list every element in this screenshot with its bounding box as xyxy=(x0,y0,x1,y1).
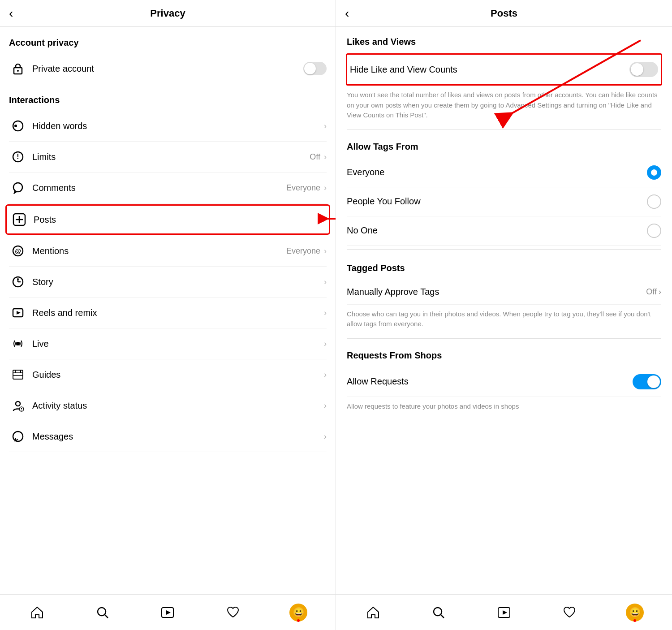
allow-requests-toggle[interactable] xyxy=(633,374,661,389)
left-panel: ‹ Privacy Account privacy Private accoun… xyxy=(0,0,336,630)
svg-rect-21 xyxy=(13,370,23,379)
nav-search-right[interactable] xyxy=(427,601,450,624)
svg-point-20 xyxy=(16,342,20,345)
hide-like-view-toggle[interactable] xyxy=(629,62,658,77)
manually-approve-chevron: › xyxy=(659,287,661,297)
live-icon xyxy=(9,335,27,353)
private-account-label: Private account xyxy=(32,64,303,74)
mentions-icon: @ xyxy=(9,242,27,260)
menu-item-messages[interactable]: Messages › xyxy=(9,421,327,452)
manually-approve-off: Off xyxy=(646,287,657,297)
mentions-label: Mentions xyxy=(32,246,286,256)
allow-requests-label: Allow Requests xyxy=(347,376,409,387)
messages-chevron: › xyxy=(324,432,327,441)
right-panel: ‹ Posts Likes and Views Hide Like and Vi… xyxy=(336,0,672,630)
no-one-label: No One xyxy=(347,225,378,236)
setting-row-no-one[interactable]: No One xyxy=(347,216,661,246)
nav-avatar-left[interactable]: 😀 xyxy=(287,601,310,624)
svg-point-17 xyxy=(17,278,19,280)
limits-label: Limits xyxy=(32,152,310,162)
left-header: ‹ Privacy xyxy=(0,0,336,27)
story-label: Story xyxy=(32,277,324,287)
nav-home-left[interactable] xyxy=(26,601,48,624)
menu-item-comments[interactable]: Comments Everyone › xyxy=(9,173,327,203)
activity-status-icon xyxy=(9,397,27,414)
menu-item-activity-status[interactable]: Activity status › xyxy=(9,390,327,421)
nav-search-left[interactable] xyxy=(91,601,114,624)
menu-item-posts[interactable]: Posts › xyxy=(5,204,330,235)
nav-dot-left xyxy=(297,619,300,622)
no-one-radio[interactable] xyxy=(647,224,661,238)
everyone-tag-radio[interactable] xyxy=(647,165,661,180)
lock-icon xyxy=(9,60,27,78)
section-label-tagged-posts: Tagged Posts xyxy=(347,253,661,280)
setting-row-hide-like-view[interactable]: Hide Like and View Counts xyxy=(348,56,660,83)
section-label-allow-tags: Allow Tags From xyxy=(347,132,661,158)
story-icon xyxy=(9,273,27,291)
section-label-account-privacy: Account privacy xyxy=(9,27,327,53)
nav-dot-right xyxy=(633,619,636,622)
menu-item-mentions[interactable]: @ Mentions Everyone › xyxy=(9,236,327,267)
hidden-words-chevron: › xyxy=(324,121,327,131)
nav-reels-right[interactable] xyxy=(493,601,515,624)
hidden-words-icon xyxy=(9,117,27,135)
comments-label: Comments xyxy=(32,183,286,193)
back-button-left[interactable]: ‹ xyxy=(9,6,13,21)
svg-point-35 xyxy=(434,608,442,616)
section-label-interactions: Interactions xyxy=(9,84,327,111)
likes-views-description: You won't see the total number of likes … xyxy=(347,86,661,128)
setting-row-everyone-tag[interactable]: Everyone xyxy=(347,158,661,187)
menu-item-story[interactable]: Story › xyxy=(9,267,327,298)
guides-label: Guides xyxy=(32,370,324,380)
private-account-toggle[interactable] xyxy=(303,62,327,75)
menu-item-limits[interactable]: ! Limits Off › xyxy=(9,142,327,173)
mentions-chevron: › xyxy=(324,246,327,256)
nav-heart-right[interactable] xyxy=(558,601,581,624)
comments-icon xyxy=(9,179,27,197)
manually-approve-label: Manually Approve Tags xyxy=(347,287,439,297)
manually-approve-value: Off › xyxy=(646,287,661,297)
reels-label: Reels and remix xyxy=(32,308,324,318)
svg-point-26 xyxy=(16,401,20,406)
menu-item-guides[interactable]: Guides › xyxy=(9,359,327,390)
activity-status-label: Activity status xyxy=(32,401,324,411)
tagged-posts-description: Choose who can tag you in their photos a… xyxy=(347,305,661,337)
reels-chevron: › xyxy=(324,308,327,318)
back-button-right[interactable]: ‹ xyxy=(345,6,349,21)
people-follow-label: People You Follow xyxy=(347,196,421,207)
svg-marker-38 xyxy=(503,610,507,615)
section-label-requests-shops: Requests From Shops xyxy=(347,341,661,367)
svg-point-3 xyxy=(14,125,17,127)
svg-point-31 xyxy=(98,608,106,616)
nav-reels-left[interactable] xyxy=(156,601,179,624)
comments-chevron: › xyxy=(324,183,327,193)
messages-icon xyxy=(9,427,27,445)
svg-point-29 xyxy=(21,410,22,410)
posts-icon xyxy=(10,211,28,229)
setting-row-manually-approve[interactable]: Manually Approve Tags Off › xyxy=(347,280,661,305)
setting-row-allow-requests[interactable]: Allow Requests xyxy=(347,367,661,397)
nav-avatar-right[interactable]: 😀 xyxy=(624,601,646,624)
guides-icon xyxy=(9,366,27,384)
posts-chevron: › xyxy=(323,215,325,224)
nav-heart-left[interactable] xyxy=(222,601,244,624)
svg-text:!: ! xyxy=(17,153,19,160)
menu-item-reels[interactable]: Reels and remix › xyxy=(9,298,327,328)
nav-home-right[interactable] xyxy=(362,601,384,624)
setting-row-people-follow[interactable]: People You Follow xyxy=(347,187,661,216)
people-follow-radio[interactable] xyxy=(647,194,661,209)
svg-line-32 xyxy=(105,615,108,618)
limits-icon: ! xyxy=(9,148,27,166)
story-chevron: › xyxy=(324,277,327,287)
right-header: ‹ Posts xyxy=(336,0,672,27)
menu-item-hidden-words[interactable]: Hidden words › xyxy=(9,111,327,142)
section-label-likes-views: Likes and Views xyxy=(347,27,661,53)
svg-text:@: @ xyxy=(15,247,21,255)
posts-label: Posts xyxy=(34,215,323,225)
right-panel-wrapper: ‹ Posts Likes and Views Hide Like and Vi… xyxy=(336,0,672,630)
menu-item-private-account[interactable]: Private account xyxy=(9,53,327,84)
menu-item-live[interactable]: Live › xyxy=(9,328,327,359)
svg-point-30 xyxy=(13,432,23,441)
avatar-left: 😀 xyxy=(289,604,307,621)
everyone-tag-label: Everyone xyxy=(347,167,385,177)
